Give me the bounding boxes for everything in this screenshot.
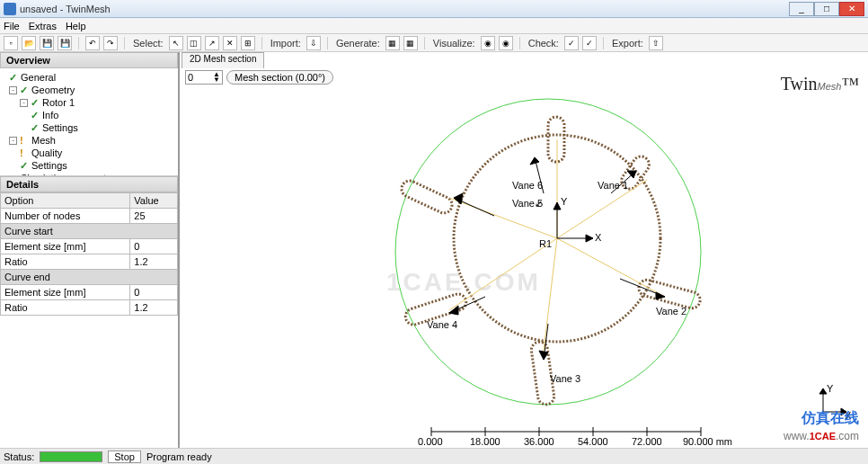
gen1-icon[interactable]: ▦ — [385, 36, 400, 50]
tree-item[interactable]: -!Mesh — [4, 134, 174, 147]
tab-2d-mesh[interactable]: 2D Mesh section — [182, 52, 264, 68]
tree-item[interactable]: -✓Rotor 1 — [4, 96, 174, 109]
generate-label: Generate: — [336, 38, 380, 49]
maximize-button[interactable]: □ — [814, 2, 839, 16]
svg-line-11 — [544, 238, 557, 351]
svg-marker-34 — [586, 235, 593, 242]
left-panel: Overview ✓General-✓Geometry-✓Rotor 1✓Inf… — [0, 52, 180, 448]
minimize-button[interactable]: _ — [789, 2, 814, 16]
th-value: Value — [130, 193, 178, 209]
menu-file[interactable]: File — [4, 21, 20, 31]
svg-text:Vane 1: Vane 1 — [598, 180, 628, 191]
status-bar: Status: Stop Program ready — [0, 448, 868, 464]
saveas-icon[interactable]: 💾 — [58, 36, 72, 50]
svg-marker-54 — [819, 388, 827, 394]
svg-text:Vane 2: Vane 2 — [656, 306, 686, 317]
close-button[interactable]: ✕ — [839, 2, 864, 16]
import-icon[interactable]: ⇩ — [306, 36, 321, 50]
export-icon[interactable]: ⇧ — [649, 36, 663, 50]
svg-rect-6 — [399, 178, 455, 216]
svg-line-12 — [449, 238, 557, 310]
table-row[interactable]: Curve end — [1, 270, 178, 285]
gen2-icon[interactable]: ▦ — [403, 36, 418, 50]
svg-text:90.000 mm: 90.000 mm — [683, 436, 732, 447]
tree-item[interactable]: ✓Settings — [4, 159, 174, 172]
svg-text:72.000: 72.000 — [632, 436, 662, 447]
undo-icon[interactable]: ↶ — [85, 36, 100, 50]
import-label: Import: — [270, 38, 301, 49]
table-row[interactable]: Ratio1.2 — [1, 300, 178, 316]
table-row[interactable]: Curve start — [1, 224, 178, 239]
svg-text:0.000: 0.000 — [418, 436, 443, 447]
url-watermark: www.1CAE.com — [784, 430, 859, 442]
overview-header: Overview — [0, 52, 178, 68]
svg-marker-15 — [530, 157, 539, 165]
svg-marker-36 — [554, 202, 561, 210]
new-icon[interactable]: ▫ — [4, 36, 18, 50]
status-label: Status: — [4, 451, 34, 462]
th-option: Option — [1, 193, 130, 209]
svg-text:R1: R1 — [539, 238, 552, 249]
cn-watermark: 仿真在线 — [802, 409, 859, 428]
select-label: Select: — [133, 38, 164, 49]
svg-rect-2 — [548, 117, 564, 162]
table-row[interactable]: Element size [mm]0 — [1, 285, 178, 300]
vis2-icon[interactable]: ◉ — [499, 36, 513, 50]
canvas-area[interactable]: 2D Mesh section 0▲▼ Mesh section (0.00°)… — [180, 52, 868, 448]
progress-bar — [40, 451, 102, 462]
tree-item[interactable]: ✓General — [4, 71, 174, 84]
table-row[interactable]: Number of nodes25 — [1, 209, 178, 224]
svg-text:X: X — [595, 232, 602, 243]
clear-icon[interactable]: ✕ — [223, 36, 237, 50]
svg-text:18.000: 18.000 — [470, 436, 500, 447]
svg-text:Vane 6: Vane 6 — [512, 180, 543, 191]
check-label: Check: — [528, 38, 559, 49]
svg-text:Vane 3: Vane 3 — [550, 373, 580, 384]
export-label: Export: — [612, 38, 643, 49]
tree-item[interactable]: -✓Geometry — [4, 84, 174, 96]
svg-text:Vane 5: Vane 5 — [512, 198, 543, 209]
menu-help[interactable]: Help — [66, 21, 86, 31]
visualize-label: Visualize: — [433, 38, 475, 49]
svg-marker-17 — [627, 171, 636, 178]
stop-button[interactable]: Stop — [108, 451, 141, 463]
svg-text:54.000: 54.000 — [578, 436, 608, 447]
svg-text:36.000: 36.000 — [524, 436, 554, 447]
menu-bar: File Extras Help — [0, 18, 868, 34]
svg-marker-21 — [539, 351, 548, 360]
window-title: unsaved - TwinMesh — [20, 4, 789, 14]
redo-icon[interactable]: ↷ — [103, 36, 118, 50]
svg-text:Vane 4: Vane 4 — [427, 319, 457, 330]
details-header: Details — [0, 176, 178, 192]
check1-icon[interactable]: ✓ — [564, 36, 579, 50]
tree-item[interactable]: ✓Settings — [4, 121, 174, 134]
overview-tree[interactable]: ✓General-✓Geometry-✓Rotor 1✓Info✓Setting… — [0, 68, 178, 176]
title-bar: unsaved - TwinMesh _ □ ✕ — [0, 0, 868, 18]
app-icon — [4, 3, 16, 15]
table-row[interactable]: Ratio1.2 — [1, 254, 178, 270]
open-icon[interactable]: 📂 — [22, 36, 36, 50]
table-row[interactable]: Element size [mm]0 — [1, 239, 178, 254]
menu-extras[interactable]: Extras — [29, 21, 57, 31]
pointer-icon[interactable]: ↖ — [169, 36, 183, 50]
tree-item[interactable]: ✓Info — [4, 109, 174, 121]
check2-icon[interactable]: ✓ — [582, 36, 597, 50]
vis1-icon[interactable]: ◉ — [481, 36, 495, 50]
svg-marker-19 — [656, 292, 665, 299]
tree-icon[interactable]: ⊞ — [241, 36, 255, 50]
svg-marker-25 — [454, 193, 463, 204]
save-icon[interactable]: 💾 — [40, 36, 54, 50]
tree-item[interactable]: !Quality — [4, 147, 174, 159]
edge-icon[interactable]: ↗ — [205, 36, 219, 50]
toolbar: ▫ 📂 💾 💾 ↶ ↷ Select: ↖ ◫ ↗ ✕ ⊞ Import: ⇩ … — [0, 34, 868, 52]
svg-text:Y: Y — [827, 383, 834, 394]
details-table: OptionValue Number of nodes25Curve start… — [0, 192, 178, 316]
mesh-plot: ↙ Vane 5 Vane 6 Vane 1 Vane 2 Vane 3 Van… — [180, 72, 863, 450]
svg-line-10 — [557, 238, 665, 297]
svg-text:Y: Y — [561, 196, 568, 207]
status-message: Program ready — [146, 451, 212, 462]
lasso-icon[interactable]: ◫ — [187, 36, 201, 50]
